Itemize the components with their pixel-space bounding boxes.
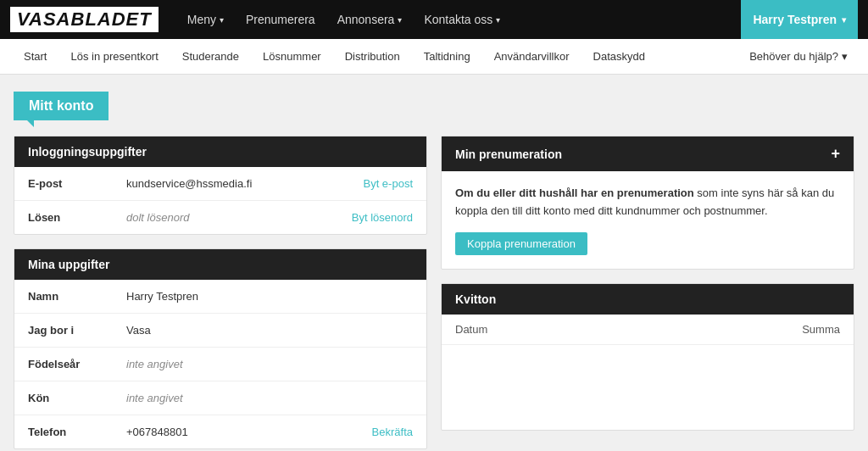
add-prenumeration-button[interactable]: + bbox=[831, 145, 840, 163]
login-card-header: Inloggningsuppgifter bbox=[14, 136, 426, 167]
main-two-col: Inloggningsuppgifter E-post kundservice@… bbox=[14, 136, 854, 449]
help-button[interactable]: Behöver du hjälp? ▾ bbox=[743, 47, 854, 66]
birthyear-row: Födelseår inte angivet bbox=[14, 348, 426, 381]
subnav-losnummer[interactable]: Lösnummer bbox=[253, 43, 331, 70]
annonsera-chevron-icon: ▾ bbox=[398, 15, 402, 25]
nav-meny[interactable]: Meny ▾ bbox=[179, 9, 232, 30]
site-logo[interactable]: VASABLADET bbox=[10, 7, 159, 32]
city-row: Jag bor i Vasa bbox=[14, 314, 426, 348]
change-email-link[interactable]: Byt e-post bbox=[363, 177, 413, 190]
user-details-title: Mina uppgifter bbox=[28, 258, 109, 271]
subnav-anvandarvillkor[interactable]: Användarvillkor bbox=[484, 43, 580, 70]
kvitton-card: Kvitton Datum Summa bbox=[441, 283, 854, 431]
user-details-card: Mina uppgifter Namn Harry Testpren Jag b… bbox=[14, 248, 427, 449]
summa-column-header: Summa bbox=[802, 323, 840, 336]
user-menu-button[interactable]: Harry Testpren ▾ bbox=[741, 0, 858, 39]
kvitton-body bbox=[442, 345, 854, 430]
phone-value: +067848801 bbox=[126, 426, 359, 438]
subnav-distribution[interactable]: Distribution bbox=[335, 43, 410, 70]
password-value: dolt lösenord bbox=[126, 211, 338, 224]
phone-label: Telefon bbox=[28, 426, 113, 438]
right-column: Min prenumeration + Om du eller ditt hus… bbox=[441, 136, 854, 449]
prenumeration-bold-text: Om du eller ditt hushåll har en prenumer… bbox=[455, 187, 694, 199]
prenumeration-body: Om du eller ditt hushåll har en prenumer… bbox=[442, 171, 854, 269]
page-content: Mitt konto Inloggningsuppgifter E-post k… bbox=[0, 75, 868, 451]
nav-annonsera[interactable]: Annonsera ▾ bbox=[329, 9, 411, 30]
gender-row: Kön inte angivet bbox=[14, 381, 426, 415]
koppla-prenumeration-button[interactable]: Koppla prenumeration bbox=[455, 232, 587, 255]
email-value: kundservice@hssmedia.fi bbox=[126, 177, 349, 190]
city-label: Jag bor i bbox=[28, 324, 113, 337]
email-label: E-post bbox=[28, 177, 113, 190]
prenumeration-card: Min prenumeration + Om du eller ditt hus… bbox=[441, 136, 854, 270]
name-value: Harry Testpren bbox=[126, 290, 413, 303]
change-password-link[interactable]: Byt lösenord bbox=[352, 211, 413, 224]
confirm-phone-link[interactable]: Bekräfta bbox=[372, 426, 413, 438]
login-card-body: E-post kundservice@hssmedia.fi Byt e-pos… bbox=[14, 167, 426, 234]
user-details-body: Namn Harry Testpren Jag bor i Vasa Födel… bbox=[14, 280, 426, 448]
subnav-los-in[interactable]: Lös in presentkort bbox=[60, 43, 168, 70]
page-title-wrapper: Mitt konto bbox=[14, 92, 108, 120]
datum-column-header: Datum bbox=[455, 323, 802, 336]
left-column: Inloggningsuppgifter E-post kundservice@… bbox=[14, 136, 427, 449]
user-chevron-icon: ▾ bbox=[842, 15, 846, 25]
subnav-dataskydd[interactable]: Dataskydd bbox=[583, 43, 655, 70]
user-details-header: Mina uppgifter bbox=[14, 249, 426, 280]
nav-prenumerera[interactable]: Prenumerera bbox=[237, 9, 324, 30]
sub-navbar: Start Lös in presentkort Studerande Lösn… bbox=[0, 39, 868, 75]
password-row: Lösen dolt lösenord Byt lösenord bbox=[14, 201, 426, 234]
nav-items: Meny ▾ Prenumerera Annonsera ▾ Kontakta … bbox=[179, 9, 742, 30]
help-label: Behöver du hjälp? bbox=[749, 50, 838, 63]
subnav-start[interactable]: Start bbox=[14, 43, 57, 70]
kontakta-chevron-icon: ▾ bbox=[496, 15, 500, 25]
subnav-studerande[interactable]: Studerande bbox=[172, 43, 249, 70]
meny-chevron-icon: ▾ bbox=[220, 15, 224, 25]
subnav-taltidning[interactable]: Taltidning bbox=[414, 43, 481, 70]
prenumeration-header: Min prenumeration + bbox=[442, 136, 854, 171]
gender-value: inte angivet bbox=[126, 392, 413, 404]
city-value: Vasa bbox=[126, 324, 413, 337]
birthyear-value: inte angivet bbox=[126, 358, 413, 370]
prenumeration-title: Min prenumeration bbox=[455, 148, 562, 161]
phone-row: Telefon +067848801 Bekräfta bbox=[14, 415, 426, 448]
nav-kontakta[interactable]: Kontakta oss ▾ bbox=[415, 9, 509, 30]
login-card: Inloggningsuppgifter E-post kundservice@… bbox=[14, 136, 427, 235]
prenumeration-text: Om du eller ditt hushåll har en prenumer… bbox=[455, 185, 840, 220]
gender-label: Kön bbox=[28, 392, 113, 404]
login-card-title: Inloggningsuppgifter bbox=[28, 145, 147, 159]
top-navbar: VASABLADET Meny ▾ Prenumerera Annonsera … bbox=[0, 0, 868, 39]
email-row: E-post kundservice@hssmedia.fi Byt e-pos… bbox=[14, 167, 426, 201]
password-label: Lösen bbox=[28, 211, 113, 224]
kvitton-header: Kvitton bbox=[442, 284, 854, 315]
birthyear-label: Födelseår bbox=[28, 358, 113, 370]
kvitton-columns: Datum Summa bbox=[442, 315, 854, 345]
kvitton-title: Kvitton bbox=[455, 292, 496, 306]
name-label: Namn bbox=[28, 290, 113, 303]
help-chevron-icon: ▾ bbox=[842, 50, 848, 63]
user-name: Harry Testpren bbox=[753, 13, 837, 26]
name-row: Namn Harry Testpren bbox=[14, 280, 426, 314]
page-title: Mitt konto bbox=[14, 92, 108, 120]
